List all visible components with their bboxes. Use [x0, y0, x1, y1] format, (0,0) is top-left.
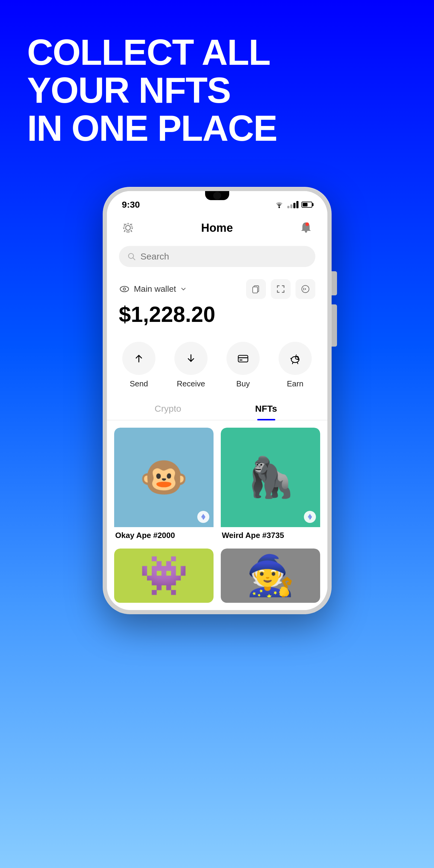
eye-icon: [119, 285, 130, 293]
buy-button[interactable]: Buy: [227, 342, 260, 389]
receive-circle: [174, 342, 207, 375]
svg-rect-17: [239, 360, 242, 361]
copy-button[interactable]: [246, 279, 266, 299]
content-tabs: Crypto NFTs: [107, 398, 327, 421]
arrow-down-icon: [185, 352, 197, 364]
send-label: Send: [130, 379, 148, 389]
hero-text: COLLECT ALL YOUR NFTS IN ONE PLACE: [27, 33, 277, 147]
svg-point-1: [126, 225, 130, 230]
wallet-header: Main wallet: [119, 279, 315, 299]
arrow-up-icon: [133, 352, 145, 364]
battery-icon: [301, 202, 312, 208]
phone-notch: [205, 191, 229, 200]
wallet-amount: $1,228.20: [119, 302, 315, 327]
search-icon: [127, 252, 136, 261]
expand-icon: [276, 284, 285, 293]
nft-name-1: Okay Ape #2000: [114, 527, 213, 541]
notifications-button[interactable]: [297, 219, 315, 237]
search-container: [107, 243, 327, 273]
header-title: Home: [201, 221, 233, 235]
svg-point-12: [305, 288, 306, 290]
svg-point-3: [305, 222, 309, 226]
wallet-section: Main wallet: [107, 273, 327, 339]
nft-grid: 🐵 Okay Ape #2000 🦍 Weird: [107, 421, 327, 610]
nft-name-2: Weird Ape #3735: [221, 527, 320, 541]
buy-circle: [227, 342, 260, 375]
status-time: 9:30: [122, 199, 140, 210]
credit-card-icon: [237, 352, 249, 364]
more-icon: [301, 284, 310, 293]
receive-button[interactable]: Receive: [174, 342, 207, 389]
buy-label: Buy: [236, 379, 250, 389]
nft-image-4: 🧙: [221, 549, 320, 603]
earn-circle: [278, 342, 312, 375]
action-buttons: Send Receive: [107, 339, 327, 398]
phone-screen: 9:30: [107, 191, 327, 610]
tab-crypto[interactable]: Crypto: [119, 398, 217, 420]
side-buttons: [332, 271, 337, 347]
svg-rect-15: [238, 355, 248, 362]
wallet-label[interactable]: Main wallet: [119, 284, 187, 294]
nft-image-2: 🦍: [221, 428, 320, 527]
svg-rect-10: [253, 287, 258, 293]
tab-nfts[interactable]: NFTs: [217, 398, 315, 420]
app-header: Home: [107, 213, 327, 243]
send-circle: [122, 342, 156, 375]
piggy-bank-icon: [289, 352, 301, 364]
wifi-icon: [274, 201, 284, 209]
eth-badge-1: [197, 511, 209, 523]
nft-image-3: 👾: [114, 549, 213, 603]
svg-point-0: [278, 207, 280, 208]
copy-icon: [252, 284, 261, 293]
phone-outer: 9:30: [103, 187, 332, 614]
svg-point-22: [298, 359, 299, 360]
phone-mockup: 9:30: [103, 187, 332, 614]
hero-line2: YOUR NFTS: [27, 71, 277, 109]
hero-line3: IN ONE PLACE: [27, 109, 277, 147]
search-input[interactable]: [140, 251, 307, 261]
chevron-down-icon: [180, 286, 187, 292]
eth-badge-2: [304, 511, 316, 523]
hero-line1: COLLECT ALL: [27, 33, 277, 71]
receive-label: Receive: [177, 379, 205, 389]
bell-icon: [299, 221, 313, 235]
earn-label: Earn: [287, 379, 304, 389]
power-button[interactable]: [332, 304, 337, 347]
nft-card-3[interactable]: 👾: [114, 549, 213, 603]
send-button[interactable]: Send: [122, 342, 156, 389]
settings-button[interactable]: [119, 219, 137, 237]
search-bar[interactable]: [119, 246, 315, 267]
expand-button[interactable]: [271, 279, 291, 299]
nft-card-2[interactable]: 🦍 Weird Ape #3735: [221, 428, 320, 541]
volume-up-button[interactable]: [332, 271, 337, 296]
wallet-actions: [246, 279, 315, 299]
wallet-name: Main wallet: [134, 284, 176, 294]
status-icons: [274, 201, 312, 209]
nft-image-1: 🐵: [114, 428, 213, 527]
svg-line-5: [133, 258, 135, 260]
signal-icon: [287, 201, 298, 208]
gear-icon: [121, 221, 135, 235]
svg-point-8: [124, 288, 125, 290]
nft-card-1[interactable]: 🐵 Okay Ape #2000: [114, 428, 213, 541]
more-button[interactable]: [296, 279, 315, 299]
earn-button[interactable]: Earn: [278, 342, 312, 389]
nft-card-4[interactable]: 🧙: [221, 549, 320, 603]
